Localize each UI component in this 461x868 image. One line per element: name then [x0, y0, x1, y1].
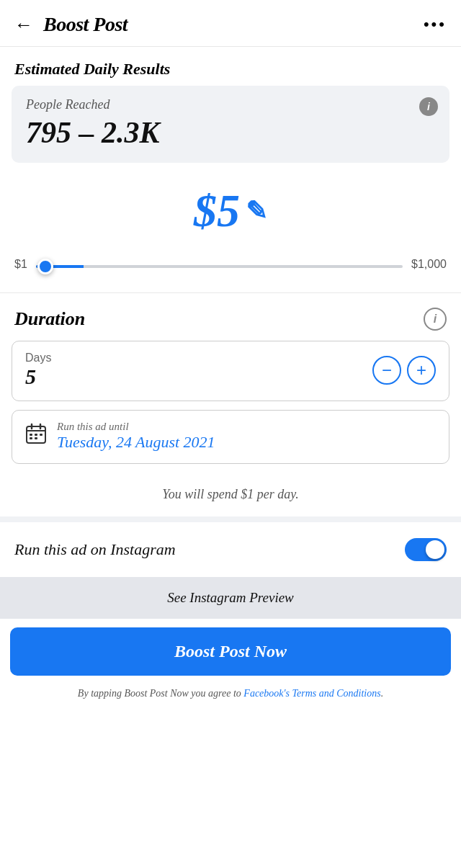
- terms-prefix: By tapping Boost Post Now you agree to: [78, 688, 243, 699]
- terms-text: By tapping Boost Post Now you agree to F…: [0, 681, 461, 715]
- boost-post-button[interactable]: Boost Post Now: [10, 627, 451, 676]
- date-info: Run this ad until Tuesday, 24 August 202…: [57, 421, 215, 452]
- increment-days-button[interactable]: +: [407, 356, 436, 385]
- slider-min-label: $1: [14, 258, 27, 271]
- duration-title: Duration: [14, 308, 85, 330]
- budget-amount: $5 ✎: [194, 184, 267, 238]
- more-options-button[interactable]: •••: [424, 15, 447, 34]
- see-preview-button[interactable]: See Instagram Preview: [0, 577, 461, 619]
- budget-slider[interactable]: [36, 265, 403, 268]
- people-reached-label: People Reached: [26, 97, 435, 112]
- slider-max-label: $1,000: [411, 258, 447, 271]
- run-until-date: Tuesday, 24 August 2021: [57, 433, 215, 452]
- date-card[interactable]: Run this ad until Tuesday, 24 August 202…: [12, 410, 449, 464]
- run-until-label: Run this ad until: [57, 421, 215, 433]
- spend-notice: You will spend $1 per day.: [0, 475, 461, 516]
- budget-value: $5: [194, 184, 240, 238]
- days-left: Days 5: [25, 352, 51, 389]
- days-card: Days 5 − +: [12, 341, 449, 401]
- instagram-row: Run this ad on Instagram: [0, 522, 461, 577]
- people-reached-card: People Reached 795 – 2.3K i: [12, 86, 449, 163]
- duration-header: Duration i: [0, 293, 461, 341]
- svg-rect-7: [30, 437, 32, 439]
- terms-suffix: .: [381, 688, 384, 699]
- days-controls: − +: [372, 356, 436, 385]
- terms-link[interactable]: Facebook's Terms and Conditions: [243, 688, 380, 699]
- budget-section: $5 ✎: [0, 177, 461, 252]
- svg-rect-4: [30, 434, 32, 436]
- svg-rect-5: [35, 434, 37, 436]
- people-reached-value: 795 – 2.3K: [26, 115, 435, 150]
- decrement-days-button[interactable]: −: [372, 356, 401, 385]
- info-icon[interactable]: i: [419, 97, 438, 116]
- header: ← Boost Post •••: [0, 0, 461, 47]
- duration-info-icon[interactable]: i: [424, 308, 447, 331]
- calendar-icon: [25, 423, 47, 449]
- svg-rect-6: [40, 434, 42, 436]
- page-title: Boost Post: [43, 13, 127, 36]
- header-left: ← Boost Post: [14, 13, 127, 36]
- days-value: 5: [25, 364, 51, 389]
- section-divider: [0, 516, 461, 522]
- instagram-label: Run this ad on Instagram: [14, 540, 176, 559]
- svg-rect-8: [35, 437, 37, 439]
- edit-budget-icon[interactable]: ✎: [246, 196, 267, 226]
- back-button[interactable]: ←: [14, 14, 33, 36]
- budget-slider-container: $1 $1,000: [0, 252, 461, 292]
- days-label: Days: [25, 352, 51, 364]
- estimated-title: Estimated Daily Results: [0, 47, 461, 86]
- instagram-toggle[interactable]: [405, 538, 447, 561]
- toggle-knob: [426, 540, 444, 559]
